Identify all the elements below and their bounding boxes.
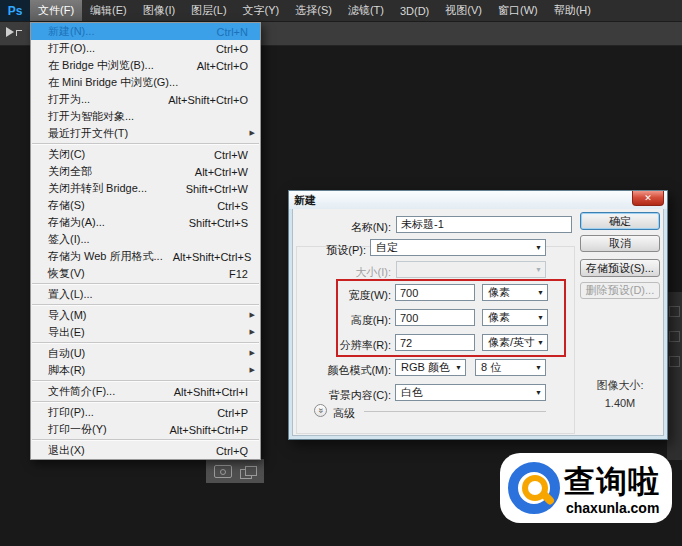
mini-toolbar-panel (206, 459, 264, 483)
menu-item-browse-in-mini-bridge[interactable]: 在 Mini Bridge 中浏览(G)... (31, 74, 260, 91)
menubar-filter[interactable]: 滤镜(T) (340, 0, 392, 21)
menu-separator (32, 342, 259, 344)
menubar-window[interactable]: 窗口(W) (490, 0, 546, 21)
menu-separator (32, 380, 259, 382)
menubar-file[interactable]: 文件(F) (30, 0, 82, 21)
ok-button[interactable]: 确定 (580, 212, 660, 230)
background-contents-label: 背景内容(C): (288, 388, 391, 403)
menu-item-new[interactable]: 新建(N)...Ctrl+N (31, 23, 260, 40)
menu-separator (32, 439, 259, 441)
image-size-label: 图像大小: (580, 378, 660, 393)
submenu-arrow-icon: ▶ (250, 349, 255, 357)
menu-item-place[interactable]: 置入(L)... (31, 286, 260, 303)
menu-bar: Ps 文件(F) 编辑(E) 图像(I) 图层(L) 文字(Y) 选择(S) 滤… (0, 0, 682, 22)
menu-item-close-all[interactable]: 关闭全部Alt+Ctrl+W (31, 163, 260, 180)
photoshop-window: Ps 文件(F) 编辑(E) 图像(I) 图层(L) 文字(Y) 选择(S) 滤… (0, 0, 682, 546)
watermark: 查询啦 chaxunla.com (500, 453, 672, 523)
size-select: ▼ (396, 261, 546, 278)
menubar-3d[interactable]: 3D(D) (392, 0, 437, 21)
dropdown-arrow-icon: ▼ (455, 364, 462, 371)
advanced-divider (364, 411, 546, 412)
submenu-arrow-icon: ▶ (250, 328, 255, 336)
highlight-red-box (336, 279, 566, 357)
menu-item-open[interactable]: 打开(O)...Ctrl+O (31, 40, 260, 57)
menu-item-open-recent[interactable]: 最近打开文件(T)▶ (31, 125, 260, 142)
menu-item-save[interactable]: 存储(S)Ctrl+S (31, 197, 260, 214)
menu-separator (32, 283, 259, 285)
menu-item-browse-in-bridge[interactable]: 在 Bridge 中浏览(B)...Alt+Ctrl+O (31, 57, 260, 74)
menu-item-print-one-copy[interactable]: 打印一份(Y)Alt+Shift+Ctrl+P (31, 421, 260, 438)
menu-separator (32, 401, 259, 403)
delete-preset-button: 删除预设(D)... (580, 282, 660, 299)
watermark-title: 查询啦 (564, 461, 668, 503)
rotate-view-icon[interactable] (214, 465, 232, 478)
menu-item-open-as-smart-object[interactable]: 打开为智能对象... (31, 108, 260, 125)
menu-item-scripts[interactable]: 脚本(R)▶ (31, 362, 260, 379)
new-document-dialog: 新建 ✕ 名称(N): 预设(P): 自定▼ 大小(I): ▼ 宽度(W): 像… (288, 190, 668, 440)
menu-item-revert[interactable]: 恢复(V)F12 (31, 265, 260, 282)
menu-item-exit[interactable]: 退出(X)Ctrl+Q (31, 442, 260, 459)
chevron-down-icon: » (316, 408, 325, 413)
arrange-documents-icon[interactable] (240, 466, 256, 477)
submenu-arrow-icon: ▶ (250, 366, 255, 374)
menubar-help[interactable]: 帮助(H) (546, 0, 599, 21)
move-tool-plus-icon (16, 30, 22, 36)
menu-item-open-as[interactable]: 打开为...Alt+Shift+Ctrl+O (31, 91, 260, 108)
submenu-arrow-icon: ▶ (250, 129, 255, 137)
cancel-button[interactable]: 取消 (580, 235, 660, 252)
menu-item-save-for-web[interactable]: 存储为 Web 所用格式...Alt+Shift+Ctrl+S (31, 248, 260, 265)
panel-dock-strip (667, 292, 682, 460)
advanced-toggle-button[interactable]: » (314, 404, 327, 417)
menubar-edit[interactable]: 编辑(E) (82, 0, 135, 21)
advanced-label: 高级 (333, 406, 355, 421)
menu-item-export[interactable]: 导出(E)▶ (31, 324, 260, 341)
bit-depth-select[interactable]: 8 位▼ (475, 359, 546, 376)
menu-item-close[interactable]: 关闭(C)Ctrl+W (31, 146, 260, 163)
move-tool-icon[interactable] (6, 27, 14, 37)
dropdown-arrow-icon: ▼ (535, 244, 542, 251)
dropdown-arrow-icon: ▼ (535, 266, 542, 273)
menu-separator (32, 143, 259, 145)
file-menu: 新建(N)...Ctrl+N 打开(O)...Ctrl+O 在 Bridge 中… (30, 22, 261, 460)
menubar-type[interactable]: 文字(Y) (235, 0, 288, 21)
name-input[interactable] (396, 216, 572, 233)
preset-label: 预设(P): (288, 243, 366, 258)
menubar-layer[interactable]: 图层(L) (183, 0, 234, 21)
close-icon: ✕ (644, 193, 652, 203)
watermark-domain: chaxunla.com (566, 500, 659, 516)
menu-item-file-info[interactable]: 文件简介(F)...Alt+Shift+Ctrl+I (31, 383, 260, 400)
menubar-select[interactable]: 选择(S) (287, 0, 340, 21)
menu-item-print[interactable]: 打印(P)...Ctrl+P (31, 404, 260, 421)
save-preset-button[interactable]: 存储预设(S)... (580, 259, 660, 277)
preset-select[interactable]: 自定▼ (370, 239, 546, 256)
dropdown-arrow-icon: ▼ (535, 389, 542, 396)
menu-separator (32, 304, 259, 306)
color-mode-label: 颜色模式(M): (288, 363, 391, 378)
menu-item-close-and-go-to-bridge[interactable]: 关闭并转到 Bridge...Shift+Ctrl+W (31, 180, 260, 197)
menu-item-check-in[interactable]: 签入(I)... (31, 231, 260, 248)
menu-item-automate[interactable]: 自动(U)▶ (31, 345, 260, 362)
dialog-close-button[interactable]: ✕ (632, 191, 664, 206)
name-label: 名称(N): (288, 220, 391, 235)
image-size-value: 1.40M (580, 397, 660, 409)
menubar-image[interactable]: 图像(I) (135, 0, 183, 21)
dropdown-arrow-icon: ▼ (535, 364, 542, 371)
size-label: 大小(I): (288, 265, 391, 280)
menu-item-import[interactable]: 导入(M)▶ (31, 307, 260, 324)
color-mode-select[interactable]: RGB 颜色▼ (395, 359, 466, 376)
background-contents-select[interactable]: 白色▼ (395, 384, 546, 401)
photoshop-logo: Ps (0, 0, 30, 21)
menu-item-save-as[interactable]: 存储为(A)...Shift+Ctrl+S (31, 214, 260, 231)
dialog-title: 新建 (289, 191, 667, 209)
submenu-arrow-icon: ▶ (250, 311, 255, 319)
menubar-view[interactable]: 视图(V) (437, 0, 490, 21)
